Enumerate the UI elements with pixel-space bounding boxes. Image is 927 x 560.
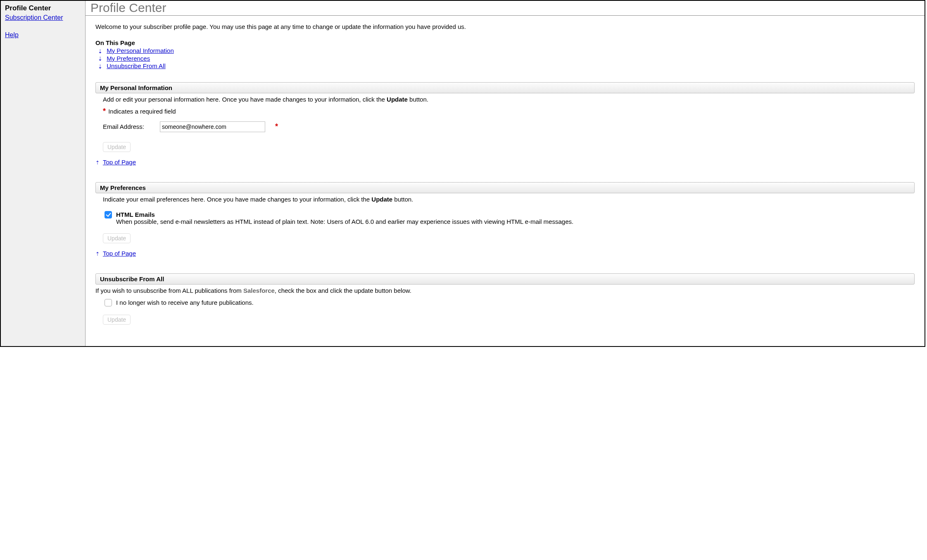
update-personal-info-button[interactable]: Update [103, 142, 131, 152]
toc-link-preferences[interactable]: My Preferences [107, 55, 150, 62]
html-emails-preference: HTML Emails When possible, send e-mail n… [95, 207, 915, 225]
section-header-unsubscribe: Unsubscribe From All [95, 273, 915, 285]
page-title-bar: Profile Center [86, 1, 925, 16]
html-emails-title: HTML Emails [116, 211, 573, 218]
chevron-down-icon: ⇣ [98, 56, 102, 62]
toc-link-personal-info[interactable]: My Personal Information [107, 47, 174, 54]
sidebar-link-subscription-center[interactable]: Subscription Center [5, 14, 63, 21]
required-field-note: * Indicates a required field [95, 107, 915, 121]
main-area: Profile Center Welcome to your subscribe… [86, 1, 925, 346]
page-content: Welcome to your subscriber profile page.… [86, 16, 925, 336]
email-field-row: Email Address: * [95, 121, 915, 134]
toc-link-unsubscribe[interactable]: Unsubscribe From All [107, 62, 166, 69]
sidebar: Profile Center Subscription Center Help [1, 1, 86, 346]
top-of-page-link[interactable]: Top of Page [103, 159, 136, 166]
email-field[interactable] [160, 121, 265, 132]
required-star-icon: * [103, 107, 106, 115]
sidebar-title: Profile Center [5, 4, 81, 12]
welcome-text: Welcome to your subscriber profile page.… [95, 23, 915, 30]
unsubscribe-checkbox[interactable] [105, 299, 112, 306]
html-emails-subtitle: When possible, send e-mail newsletters a… [116, 218, 573, 225]
on-this-page-label: On This Page [95, 39, 915, 46]
sidebar-link-help[interactable]: Help [5, 31, 19, 39]
chevron-down-icon: ⇣ [98, 48, 102, 55]
toc-list: ⇣ My Personal Information ⇣ My Preferenc… [98, 47, 915, 70]
chevron-up-icon: ⇡ [95, 251, 100, 257]
personal-info-desc: Add or edit your personal information he… [95, 96, 915, 107]
app-frame: Profile Center Subscription Center Help … [0, 0, 925, 347]
unsubscribe-checkbox-label: I no longer wish to receive any future p… [116, 299, 254, 306]
unsubscribe-desc: If you wish to unsubscribe from ALL publ… [95, 287, 915, 297]
update-unsubscribe-button[interactable]: Update [103, 315, 131, 325]
unsubscribe-row: I no longer wish to receive any future p… [95, 297, 915, 306]
top-of-page-link[interactable]: Top of Page [103, 250, 136, 257]
chevron-up-icon: ⇡ [95, 160, 100, 166]
page-title: Profile Center [90, 1, 920, 14]
update-preferences-button[interactable]: Update [103, 233, 131, 243]
section-header-personal-info: My Personal Information [95, 82, 915, 93]
preferences-desc: Indicate your email preferences here. On… [95, 196, 915, 207]
chevron-down-icon: ⇣ [98, 64, 102, 70]
section-header-preferences: My Preferences [95, 182, 915, 193]
email-field-label: Email Address: [103, 123, 152, 130]
required-star-icon: * [275, 122, 278, 131]
html-emails-checkbox[interactable] [105, 211, 112, 218]
